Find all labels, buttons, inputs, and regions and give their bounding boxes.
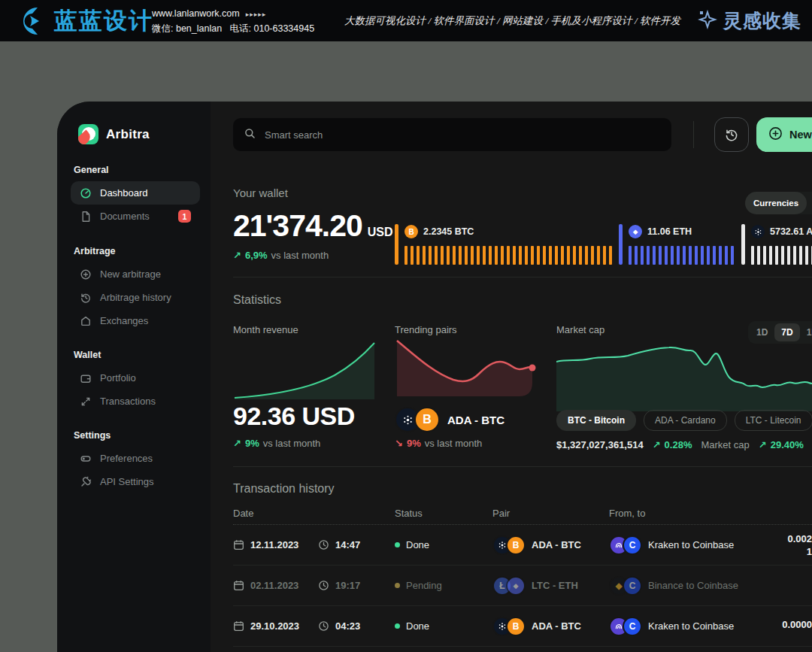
- col-pair: Pair: [492, 508, 510, 519]
- wallet-balance: 21'374.20USD: [233, 208, 393, 244]
- table-row[interactable]: 12.11.2023 14:47 Done B ADA - BTC C Krak…: [233, 525, 812, 566]
- down-arrow-icon: ↘: [395, 438, 403, 449]
- arbitra-logo-icon: [78, 124, 98, 144]
- transfer-arrows-icon: [80, 396, 92, 408]
- pill-btc-bitcoin[interactable]: BTC - Bitcoin: [556, 410, 636, 431]
- eth-icon: ◆: [629, 225, 642, 238]
- wallet-section-title: Your wallet: [233, 187, 288, 199]
- clock-icon: [318, 620, 329, 632]
- sidebar-item-documents[interactable]: Documents 1: [71, 205, 200, 228]
- market-cap-chart: [556, 342, 812, 411]
- sidebar-item-arbitrage-history[interactable]: Arbitrage history: [71, 286, 200, 309]
- history-button[interactable]: [714, 117, 749, 152]
- btc-segment: B2.2345 BTC: [395, 224, 613, 265]
- calendar-icon: [233, 620, 244, 632]
- search-bar[interactable]: [233, 118, 671, 151]
- inspiration-collect[interactable]: 灵感收集: [698, 0, 801, 41]
- site-contact: www.lanlanwork.com▸▸▸▸▸ 微信: ben_lanlan 电…: [152, 7, 314, 36]
- month-revenue-value: 92.36 USD: [233, 402, 355, 431]
- sidebar-item-exchanges[interactable]: Exchanges: [71, 309, 200, 332]
- pair-icons: B: [492, 535, 526, 555]
- site-brand: 蓝蓝设计: [54, 5, 153, 37]
- segment-start-bar: [395, 224, 398, 265]
- wallet-icon: [80, 372, 92, 384]
- btc-icon: B: [506, 617, 526, 636]
- site-header: 蓝蓝设计 www.lanlanwork.com▸▸▸▸▸ 微信: ben_lan…: [0, 0, 812, 41]
- status-dot-pending: [395, 583, 400, 588]
- sidebar-item-preferences[interactable]: Preferences: [71, 447, 200, 470]
- notification-badge: 1: [178, 210, 191, 223]
- col-date: Date: [233, 508, 253, 519]
- trending-pair-change: ↘9% vs last month: [395, 438, 482, 449]
- col-from-to: From, to: [609, 508, 645, 519]
- coinbase-icon: C: [623, 617, 642, 636]
- site-url[interactable]: www.lanlanwork.com: [152, 8, 240, 19]
- sidebar-section-wallet: Wallet Portfolio Transactions: [71, 350, 200, 413]
- coinbase-icon: C: [623, 535, 642, 555]
- ada-segment: 5732.61 ADA: [741, 224, 812, 265]
- site-wechat: 微信: ben_lanlan: [152, 23, 222, 34]
- plus-circle-icon: [80, 268, 92, 281]
- sidebar-item-dashboard[interactable]: Dashboard: [71, 181, 200, 205]
- btc-icon: B: [506, 535, 526, 555]
- search-input[interactable]: [263, 129, 660, 141]
- segment-start-bar: [619, 224, 623, 265]
- sidebar-item-transactions[interactable]: Transactions: [71, 390, 200, 413]
- eth-icon: ◆: [506, 576, 526, 596]
- app-logo: Arbitra: [78, 124, 150, 144]
- pair-icons: Ł ◆: [492, 576, 526, 596]
- toggle-currencies[interactable]: Currencies: [745, 192, 807, 214]
- pill-ltc-litecoin[interactable]: LTC - Litecoin: [735, 410, 812, 431]
- clock-icon: [318, 539, 329, 550]
- screen: { "site_header": { "brand": "蓝蓝设计", "url…: [0, 0, 812, 652]
- sidebar-item-new-arbitrage[interactable]: New arbitrage: [71, 262, 200, 286]
- exchange-icons: ◆ C: [609, 576, 642, 596]
- toggle-icon: [80, 453, 92, 465]
- pill-ada-cardano[interactable]: ADA - Cardano: [644, 410, 727, 431]
- site-services: 大数据可视化设计 / 软件界面设计 / 网站建设 / 手机及小程序设计 / 软件…: [344, 0, 680, 41]
- up-arrow-icon: ↗: [233, 438, 241, 449]
- section-divider: [233, 277, 812, 277]
- section-divider: [233, 466, 812, 467]
- btc-icon: B: [414, 407, 440, 432]
- btc-icon: B: [404, 225, 418, 238]
- status-dot-done: [395, 542, 400, 547]
- wallet-change: ↗6,9% vs last month: [233, 250, 329, 261]
- speedometer-icon: [80, 187, 92, 199]
- trending-pairs-label: Trending pairs: [395, 324, 457, 335]
- range-selector: 1D 7D 1M: [748, 321, 812, 344]
- range-1d[interactable]: 1D: [750, 323, 774, 341]
- plug-icon: [80, 476, 92, 488]
- sparkle-star-icon: [698, 10, 717, 32]
- clock-icon: [318, 580, 329, 591]
- btc-ticks: [404, 246, 613, 265]
- pair-icons: B: [395, 407, 440, 432]
- up-arrow-icon: ↗: [653, 439, 661, 450]
- market-cap-value: $1,327,027,361,514: [556, 439, 644, 450]
- sidebar: Arbitra General Dashboard Documents 1 Ar…: [57, 102, 211, 652]
- range-7d[interactable]: 7D: [774, 323, 799, 341]
- exchange-house-icon: [80, 315, 92, 327]
- market-cap-label: Market cap: [556, 324, 604, 335]
- month-revenue-label: Month revenue: [233, 324, 298, 335]
- range-1m[interactable]: 1M: [800, 323, 812, 341]
- sidebar-section-settings: Settings Preferences API Settings: [71, 430, 200, 493]
- app-brand-name: Arbitra: [106, 127, 150, 142]
- exchange-icons: C: [609, 617, 642, 636]
- site-phone: 电话: 010-63334945: [230, 23, 315, 34]
- table-row[interactable]: 29.10.2023 04:23 Done B ADA - BTC C Krak…: [233, 606, 812, 647]
- table-row[interactable]: 02.11.2023 19:17 Pending Ł ◆ LTC - ETH ◆…: [233, 566, 812, 606]
- segment-start-bar: [741, 224, 745, 265]
- month-revenue-chart: [233, 341, 376, 399]
- month-revenue-change: ↗9% vs last month: [233, 438, 320, 449]
- exchange-icons: C: [609, 535, 642, 555]
- sidebar-item-portfolio[interactable]: Portfolio: [71, 366, 200, 390]
- col-status: Status: [395, 508, 423, 519]
- toggle-exchanges[interactable]: Exchanges: [807, 192, 812, 214]
- ada-ticks: [751, 246, 812, 265]
- eth-segment: ◆11.06 ETH: [619, 224, 735, 265]
- sidebar-item-api-settings[interactable]: API Settings: [71, 470, 200, 493]
- new-arbitrage-button[interactable]: New arbitrage: [756, 117, 812, 152]
- arrows-decoration: ▸▸▸▸▸: [246, 11, 267, 18]
- market-cap-pills: BTC - Bitcoin ADA - Cardano LTC - Liteco…: [556, 410, 812, 431]
